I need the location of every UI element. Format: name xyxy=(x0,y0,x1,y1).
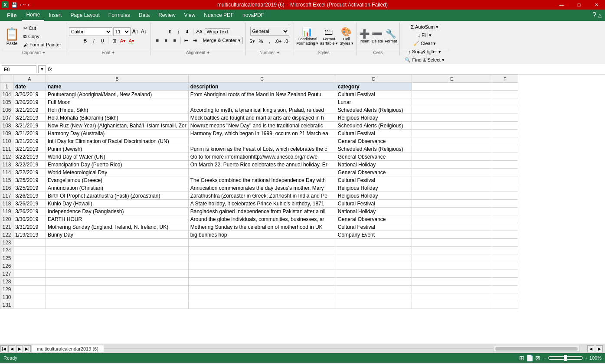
cell-description[interactable] xyxy=(188,301,336,309)
align-bottom-btn[interactable]: ⬇ xyxy=(183,28,191,36)
cell-e[interactable] xyxy=(412,184,492,192)
page-break-view-btn[interactable]: ⊠ xyxy=(535,354,540,361)
insert-menu-item[interactable]: Insert xyxy=(44,10,66,21)
cell-description[interactable]: Harmony Day, which began in 1999, occurs… xyxy=(188,130,336,137)
cell-category[interactable] xyxy=(336,301,412,309)
cell-category[interactable]: Religious Holiday xyxy=(336,114,412,122)
cell-description[interactable]: Nowruz means "New Day" and is the tradit… xyxy=(188,122,336,130)
formulas-menu-item[interactable]: Formulas xyxy=(104,10,134,21)
format-cells-btn[interactable]: 🔧 Format xyxy=(385,29,397,43)
cell-name[interactable] xyxy=(46,254,189,262)
cell-name[interactable]: Harmony Day (Australia) xyxy=(46,130,189,137)
cell-category[interactable] xyxy=(336,247,412,254)
align-left-btn[interactable]: ≡ xyxy=(154,36,161,44)
number-format-select[interactable]: General Number Currency Date Text xyxy=(250,27,289,36)
cell-category[interactable]: Religious Holiday xyxy=(336,184,412,192)
cell-description[interactable]: Purim is known as the Feast of Lots, whi… xyxy=(188,145,336,153)
cell-e[interactable] xyxy=(412,278,492,286)
formula-input[interactable] xyxy=(56,66,603,72)
cell-date[interactable] xyxy=(13,301,46,309)
cell-name[interactable]: Birth Of Prophet Zarathustra (Fasli) (Zo… xyxy=(46,192,189,200)
cell-description[interactable]: Bangladesh gained Independence from Paki… xyxy=(188,208,336,215)
name-box[interactable]: E8 xyxy=(2,65,36,73)
cell-name[interactable]: World Day of Water (UN) xyxy=(46,153,189,161)
tab-prev-btn[interactable]: ◀ xyxy=(8,345,15,352)
cell-f[interactable] xyxy=(492,106,518,114)
cell-description[interactable]: On March 22, Puerto Rico celebrates the … xyxy=(188,161,336,169)
cell-date[interactable]: 3/26/2019 xyxy=(13,192,46,200)
tab-next-btn[interactable]: ▶ xyxy=(16,345,23,352)
percent-btn[interactable]: % xyxy=(257,37,265,45)
cell-f[interactable] xyxy=(492,301,518,309)
cell-e[interactable] xyxy=(412,106,492,114)
normal-view-btn[interactable]: ⊞ xyxy=(519,354,524,361)
cell-e[interactable] xyxy=(412,200,492,208)
cell-category[interactable]: Cultural Festival xyxy=(336,91,412,98)
maximize-btn[interactable]: □ xyxy=(570,0,588,10)
cell-description[interactable] xyxy=(188,254,336,262)
cell-f[interactable] xyxy=(492,215,518,223)
cell-description[interactable] xyxy=(188,270,336,278)
format-as-table-btn[interactable]: 🗃 Formatas Table ▾ xyxy=(320,27,338,46)
cell-name[interactable] xyxy=(46,293,189,301)
formula-expand-btn[interactable]: ▼ xyxy=(38,65,46,73)
sheet-tab[interactable]: multiculturalcalendar2019 (6) xyxy=(31,345,104,352)
comma-btn[interactable]: , xyxy=(266,37,274,45)
cell-f[interactable] xyxy=(492,223,518,231)
cell-e[interactable] xyxy=(412,130,492,137)
cell-name[interactable]: name xyxy=(46,83,189,91)
decimal-decrease-btn[interactable]: .0- xyxy=(283,37,291,45)
cell-date[interactable] xyxy=(13,239,46,247)
cell-f[interactable] xyxy=(492,114,518,122)
italic-btn[interactable]: I xyxy=(90,37,98,45)
cell-description[interactable]: A State holiday, it celebrates Prince Ku… xyxy=(188,200,336,208)
cell-e[interactable] xyxy=(412,122,492,130)
col-header-b[interactable]: B xyxy=(46,75,189,83)
cell-category[interactable] xyxy=(336,239,412,247)
cell-description[interactable]: big bunnies hop xyxy=(188,231,336,239)
cell-name[interactable]: Kuhio Day (Hawaii) xyxy=(46,200,189,208)
review-menu-item[interactable]: Review xyxy=(154,10,180,21)
cell-f[interactable] xyxy=(492,293,518,301)
cell-description[interactable] xyxy=(188,293,336,301)
cell-date[interactable] xyxy=(13,293,46,301)
cell-date[interactable] xyxy=(13,254,46,262)
view-menu-item[interactable]: View xyxy=(180,10,200,21)
cell-date[interactable]: 3/31/2019 xyxy=(13,223,46,231)
cell-e[interactable] xyxy=(412,161,492,169)
cell-e[interactable] xyxy=(412,145,492,153)
cell-category[interactable]: Scheduled Alerts (Religious) xyxy=(336,145,412,153)
copy-btn[interactable]: ⧉ CopyCopy xyxy=(21,33,63,40)
zoom-in-btn[interactable]: + xyxy=(585,355,587,361)
cell-e[interactable] xyxy=(412,286,492,293)
align-middle-btn[interactable]: ↕ xyxy=(175,28,183,36)
tab-first-btn[interactable]: |◀ xyxy=(0,345,7,352)
cell-f[interactable] xyxy=(492,98,518,106)
cell-category[interactable]: National Holiday xyxy=(336,208,412,215)
home-menu-item[interactable]: Home xyxy=(22,10,44,21)
cell-name[interactable] xyxy=(46,247,189,254)
cell-description[interactable]: Mock battles are fought and martial arts… xyxy=(188,114,336,122)
cell-e[interactable] xyxy=(412,192,492,200)
cell-date[interactable] xyxy=(13,262,46,270)
page-layout-menu-item[interactable]: Page Layout xyxy=(66,10,104,21)
cell-description[interactable] xyxy=(188,137,336,145)
cell-description[interactable]: According to myth, a tyrannical king's s… xyxy=(188,106,336,114)
cell-f[interactable] xyxy=(492,91,518,98)
cell-f[interactable] xyxy=(492,176,518,184)
font-color-btn[interactable]: A▾ xyxy=(128,37,135,45)
clear-btn[interactable]: 🧹 Clear ▾ xyxy=(411,40,438,47)
cell-category[interactable]: General Observance xyxy=(336,169,412,176)
fill-color-btn[interactable]: A▾ xyxy=(119,37,127,45)
cell-name[interactable] xyxy=(46,286,189,293)
novapdf-menu-item[interactable]: novaPDF xyxy=(238,10,268,21)
cell-date[interactable]: 3/22/2019 xyxy=(13,153,46,161)
cell-e[interactable] xyxy=(412,293,492,301)
text-orientation-btn[interactable]: ↗A xyxy=(195,28,203,36)
cell-f[interactable] xyxy=(492,122,518,130)
cell-f[interactable] xyxy=(492,270,518,278)
bold-btn[interactable]: B xyxy=(81,37,89,45)
cell-date[interactable] xyxy=(13,247,46,254)
cell-category[interactable] xyxy=(336,293,412,301)
cell-e[interactable] xyxy=(412,223,492,231)
